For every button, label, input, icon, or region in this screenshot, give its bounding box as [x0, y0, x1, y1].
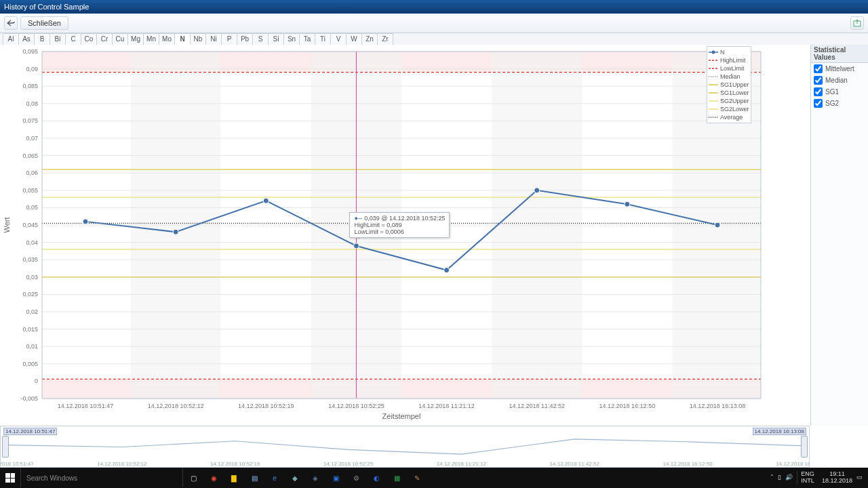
element-tab-P[interactable]: P: [221, 33, 237, 45]
element-tab-V[interactable]: V: [330, 33, 347, 45]
element-tab-As[interactable]: As: [18, 33, 35, 45]
svg-point-63: [534, 188, 540, 193]
element-tab-Nb[interactable]: Nb: [190, 33, 206, 45]
svg-text:0,07: 0,07: [26, 135, 38, 142]
tray-clock[interactable]: 19:1118.12.2018: [822, 471, 852, 485]
taskbar-search[interactable]: Search Windows: [20, 468, 183, 487]
overview-handle-right[interactable]: [801, 436, 808, 458]
tray-volume-icon[interactable]: 🔊: [785, 474, 793, 481]
svg-text:0,04: 0,04: [26, 239, 38, 246]
svg-point-77: [712, 51, 715, 54]
element-tab-N[interactable]: N: [174, 33, 191, 45]
close-button-label: Schließen: [28, 19, 61, 27]
element-tab-Mg[interactable]: Mg: [127, 33, 144, 45]
legend-item-N: N: [709, 48, 749, 56]
element-tab-Ti[interactable]: Ti: [315, 33, 331, 45]
stat-panel-title: Statistical Values: [811, 45, 868, 63]
legend-item-Average: Average: [709, 113, 749, 121]
element-tab-Mn[interactable]: Mn: [143, 33, 159, 45]
window-titlebar: History of Control Sample: [0, 0, 868, 14]
toolbar: Schließen: [0, 14, 868, 33]
svg-text:14.12.2018 10:52:19: 14.12.2018 10:52:19: [238, 403, 294, 409]
svg-point-59: [173, 229, 178, 235]
overview-handle-left[interactable]: [2, 436, 9, 458]
overview-chart[interactable]: 14.12.2018 10:51:4714.12.2018 10:52:1214…: [0, 426, 810, 468]
element-tab-Zr[interactable]: Zr: [377, 33, 393, 45]
svg-text:0,005: 0,005: [22, 361, 38, 367]
svg-text:0,085: 0,085: [22, 83, 38, 89]
back-icon[interactable]: [4, 16, 18, 30]
element-tab-Pb[interactable]: Pb: [237, 33, 253, 45]
svg-text:0,06: 0,06: [26, 169, 38, 176]
svg-text:14.12.2018 16:12:50: 14.12.2018 16:12:50: [663, 461, 713, 467]
element-tab-Cu[interactable]: Cu: [112, 33, 128, 45]
tray-network-icon[interactable]: ▯: [778, 474, 781, 481]
element-tab-B[interactable]: B: [34, 33, 50, 45]
tooltip-high: HighLimit = 0,089: [354, 222, 445, 228]
svg-text:14.12.2018 10:52:19: 14.12.2018 10:52:19: [210, 461, 260, 467]
svg-text:0,025: 0,025: [22, 291, 38, 298]
overview-start-label: 14.12.2018 10:51:47: [3, 428, 57, 435]
overview-end-label: 14.12.2018 16:13:08: [753, 428, 806, 435]
svg-text:Zeitstempel: Zeitstempel: [382, 412, 421, 420]
element-tab-C[interactable]: C: [65, 33, 81, 45]
tray-chevron-icon[interactable]: ˄: [770, 474, 774, 481]
taskview-icon[interactable]: ▢: [183, 468, 203, 488]
close-button[interactable]: Schließen: [20, 16, 68, 30]
legend-item-SG2Lower: SG2Lower: [709, 105, 749, 113]
tray-notifications-icon[interactable]: ▭: [856, 474, 863, 481]
svg-text:0,015: 0,015: [22, 326, 38, 333]
element-tab-Ta[interactable]: Ta: [299, 33, 315, 45]
element-tab-Mo[interactable]: Mo: [159, 33, 175, 45]
legend-item-LowLimit: LowLimit: [709, 64, 749, 73]
chrome-icon[interactable]: ◉: [203, 468, 224, 488]
app-icon-1[interactable]: ◆: [285, 468, 305, 488]
tray-lang[interactable]: ENGINTL: [797, 471, 818, 485]
element-tab-Al[interactable]: Al: [3, 33, 19, 45]
tooltip-low: LowLimit = 0,0006: [354, 228, 445, 235]
tooltip-value: 0,039 @ 14.12.2018 10:52:25: [364, 215, 445, 222]
legend-item-Median: Median: [709, 73, 749, 81]
app-icon-3[interactable]: ▣: [326, 468, 346, 488]
svg-point-58: [83, 219, 88, 224]
svg-text:14.12.2018 10:52:25: 14.12.2018 10:52:25: [323, 461, 374, 467]
element-tab-Sn[interactable]: Sn: [283, 33, 300, 45]
stat-check-Median[interactable]: Median: [811, 75, 868, 86]
app-icon-5[interactable]: ◐: [366, 468, 387, 488]
start-button[interactable]: [0, 468, 20, 488]
element-tab-Co[interactable]: Co: [81, 33, 97, 45]
element-tab-Si[interactable]: Si: [268, 33, 284, 45]
app-icon-6[interactable]: ▦: [387, 468, 407, 488]
stat-check-SG1[interactable]: SG1: [811, 86, 868, 98]
svg-point-65: [715, 222, 720, 228]
legend-item-SG2Upper: SG2Upper: [709, 97, 749, 105]
element-tab-Cr[interactable]: Cr: [96, 33, 113, 45]
svg-text:Wert: Wert: [3, 217, 11, 232]
svg-text:0,075: 0,075: [22, 117, 38, 124]
stat-check-Mittelwert[interactable]: Mittelwert: [811, 63, 868, 75]
svg-text:0,065: 0,065: [22, 152, 38, 159]
app-icon-4[interactable]: ⚙: [346, 468, 366, 488]
ie-icon[interactable]: e: [264, 468, 285, 488]
statistical-values-panel: Statistical Values Mittelwert Median SG1…: [810, 45, 868, 426]
element-tab-Bi[interactable]: Bi: [50, 33, 66, 45]
element-tab-Zn[interactable]: Zn: [361, 33, 378, 45]
svg-text:14.12.2018 10:51:47: 14.12.2018 10:51:47: [1, 461, 34, 467]
export-icon[interactable]: [850, 16, 864, 30]
element-tab-S[interactable]: S: [252, 33, 269, 45]
element-tab-Ni[interactable]: Ni: [205, 33, 222, 45]
svg-point-62: [444, 268, 450, 273]
svg-text:0,02: 0,02: [26, 308, 38, 315]
svg-text:14.12.2018 10:52:12: 14.12.2018 10:52:12: [97, 461, 147, 467]
element-tab-W[interactable]: W: [346, 33, 362, 45]
explorer-icon[interactable]: ▇: [224, 468, 244, 488]
svg-text:14.12.2018 16:13:08: 14.12.2018 16:13:08: [690, 403, 746, 409]
app-icon-7[interactable]: ✎: [407, 468, 427, 488]
stat-check-SG2[interactable]: SG2: [811, 98, 868, 109]
svg-text:14.12.2018 16:12:50: 14.12.2018 16:12:50: [599, 403, 656, 409]
app-icon-2[interactable]: ◈: [305, 468, 326, 488]
taskbar[interactable]: Search Windows ▢ ◉ ▇ ▤ e ◆ ◈ ▣ ⚙ ◐ ▦ ✎ ˄…: [0, 468, 868, 488]
notepad-icon[interactable]: ▤: [244, 468, 264, 488]
main-chart-area[interactable]: -0,00500,0050,010,0150,020,0250,030,0350…: [0, 45, 810, 426]
svg-text:14.12.2018 10:51:47: 14.12.2018 10:51:47: [58, 403, 114, 409]
